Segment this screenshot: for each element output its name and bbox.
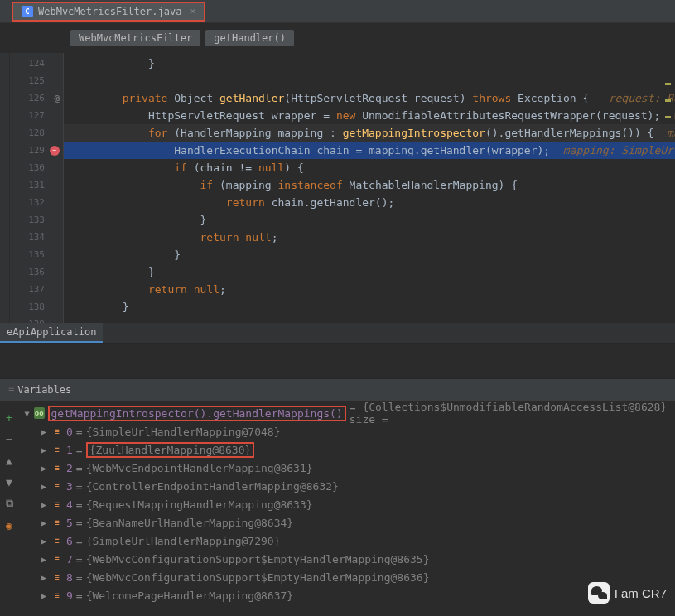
variable-value: {WelcomePageHandlerMapping@8637} <box>86 590 293 602</box>
code-line[interactable]: } <box>64 246 675 263</box>
variable-index: 3 <box>66 480 73 493</box>
array-element-icon: ≡ <box>51 517 63 528</box>
line-number-gutter: 124125126@127128129−13013113213313413513… <box>10 53 64 323</box>
code-line[interactable]: if (chain != null) { <box>64 159 675 176</box>
variable-row[interactable]: ▶≡9 = {WelcomePageHandlerMapping@8637} <box>0 586 675 604</box>
variable-row[interactable]: ▶≡8 = {WebMvcConfigurationSupport$EmptyH… <box>0 568 675 586</box>
variable-row[interactable]: ▶≡7 = {WebMvcConfigurationSupport$EmptyH… <box>0 550 675 568</box>
line-number[interactable]: 132 <box>10 194 63 211</box>
line-number[interactable]: 125 <box>10 72 63 89</box>
array-element-icon: ≡ <box>51 462 63 474</box>
editor-minimap[interactable] <box>665 50 673 298</box>
variable-row[interactable]: ▶≡4 = {RequestMappingHandlerMapping@8633… <box>0 495 675 513</box>
expand-icon[interactable]: ▶ <box>40 555 48 564</box>
code-line[interactable] <box>64 315 675 323</box>
expand-icon[interactable]: ▶ <box>40 537 48 546</box>
expand-icon[interactable]: ▶ <box>40 464 48 473</box>
settings-icon[interactable]: ◉ <box>2 518 16 532</box>
array-element-icon: ≡ <box>51 590 63 601</box>
code-line[interactable] <box>64 72 675 89</box>
line-number[interactable]: 137 <box>10 281 63 298</box>
line-number[interactable]: 133 <box>10 211 63 229</box>
variables-label: Variables <box>17 384 71 396</box>
code-line[interactable]: return chain.getHandler(); <box>64 194 675 211</box>
expand-icon[interactable]: ▼ <box>23 409 31 418</box>
line-number[interactable]: 135 <box>10 246 63 263</box>
code-line[interactable]: HttpServletRequest wrapper = new Unmodif… <box>64 107 675 124</box>
debug-toolbar: + − ▲ ▼ ⧉ ◉ <box>0 406 18 532</box>
watch-value: = {Collections$UnmodifiableRandomAccessL… <box>350 401 675 426</box>
code-line[interactable]: } <box>64 211 675 229</box>
override-icon[interactable]: @ <box>54 93 60 103</box>
array-element-icon: ≡ <box>51 426 63 437</box>
line-number[interactable]: 126@ <box>10 89 63 107</box>
copy-icon[interactable]: ⧉ <box>2 497 16 510</box>
line-number[interactable]: 134 <box>10 229 63 246</box>
expand-icon[interactable]: ▶ <box>40 591 48 600</box>
variable-value: {SimpleUrlHandlerMapping@7290} <box>86 535 281 547</box>
code-line[interactable]: } <box>64 298 675 315</box>
line-number[interactable]: 131 <box>10 176 63 194</box>
grip-icon: ≡ <box>8 384 14 396</box>
variable-value: {RequestMappingHandlerMapping@8633} <box>86 498 313 511</box>
variables-panel-header[interactable]: ≡ Variables <box>0 378 675 401</box>
close-icon[interactable]: × <box>190 6 195 17</box>
variables-tree[interactable]: ▼ oo getMappingIntrospector().getHandler… <box>0 401 675 608</box>
line-number[interactable]: 130 <box>10 159 63 176</box>
code-line[interactable]: return null; <box>64 229 675 246</box>
variable-value: {WebMvcConfigurationSupport$EmptyHandler… <box>86 553 430 565</box>
code-line[interactable]: HandlerExecutionChain chain = mapping.ge… <box>64 142 675 159</box>
code-line[interactable]: if (mapping instanceof MatchableHandlerM… <box>64 176 675 194</box>
line-number[interactable]: 139 <box>10 315 63 323</box>
fold-gutter <box>0 53 10 323</box>
breadcrumb-method[interactable]: getHandler() <box>205 30 294 46</box>
variable-row[interactable]: ▶≡3 = {ControllerEndpointHandlerMapping@… <box>0 477 675 495</box>
variable-index: 1 <box>66 444 73 456</box>
expand-icon[interactable]: ▶ <box>40 482 48 491</box>
expand-icon[interactable]: ▶ <box>40 427 48 436</box>
expand-icon[interactable]: ▶ <box>40 518 48 527</box>
variable-row[interactable]: ▶≡2 = {WebMvcEndpointHandlerMapping@8631… <box>0 459 675 477</box>
expand-icon[interactable]: ▶ <box>40 445 48 455</box>
file-tab[interactable]: C WebMvcMetricsFilter.java × <box>12 2 205 22</box>
variable-value: {SimpleUrlHandlerMapping@7048} <box>86 426 281 438</box>
variable-index: 0 <box>66 426 73 438</box>
code-line[interactable]: private Object getHandler(HttpServletReq… <box>64 89 675 107</box>
variable-row[interactable]: ▶≡1 = {ZuulHandlerMapping@8630} <box>0 440 675 459</box>
line-number[interactable]: 138 <box>10 298 63 315</box>
breakpoint-error-icon[interactable]: − <box>50 146 60 156</box>
code-line[interactable]: for (HandlerMapping mapping : getMapping… <box>64 124 675 142</box>
line-number[interactable]: 127 <box>10 107 63 124</box>
breadcrumb-class[interactable]: WebMvcMetricsFilter <box>70 30 200 46</box>
watermark-text: I am CR7 <box>615 586 667 600</box>
code-editor[interactable]: 124125126@127128129−13013113213313413513… <box>0 53 675 323</box>
expand-icon[interactable]: ▶ <box>40 573 48 582</box>
remove-watch-icon[interactable]: − <box>2 432 16 445</box>
expand-icon[interactable]: ▶ <box>40 500 48 509</box>
watermark: I am CR7 <box>588 582 667 604</box>
variable-row[interactable]: ▶≡6 = {SimpleUrlHandlerMapping@7290} <box>0 532 675 550</box>
array-element-icon: ≡ <box>51 444 63 455</box>
variable-value: {BeanNameUrlHandlerMapping@8634} <box>86 517 293 529</box>
variable-row[interactable]: ▶≡5 = {BeanNameUrlHandlerMapping@8634} <box>0 513 675 532</box>
code-line[interactable]: return null; <box>64 281 675 298</box>
variable-value: {ControllerEndpointHandlerMapping@8632} <box>86 480 339 493</box>
up-icon[interactable]: ▲ <box>2 454 16 467</box>
array-element-icon: ≡ <box>51 571 63 583</box>
watch-icon: oo <box>34 407 45 419</box>
code-content[interactable]: } private Object getHandler(HttpServletR… <box>64 53 675 323</box>
code-line[interactable]: } <box>64 263 675 281</box>
editor-tab-bar: C WebMvcMetricsFilter.java × <box>0 0 675 23</box>
line-number[interactable]: 136 <box>10 263 63 281</box>
line-number[interactable]: 129− <box>10 142 63 159</box>
watch-expression-row[interactable]: ▼ oo getMappingIntrospector().getHandler… <box>0 404 675 422</box>
down-icon[interactable]: ▼ <box>2 475 16 488</box>
tab-filename: WebMvcMetricsFilter.java <box>38 6 181 17</box>
add-watch-icon[interactable]: + <box>2 411 16 424</box>
code-line[interactable]: } <box>64 55 675 72</box>
line-number[interactable]: 128 <box>10 124 63 142</box>
watch-expression: getMappingIntrospector().getHandlerMappi… <box>48 406 346 421</box>
line-number[interactable]: 124 <box>10 55 63 72</box>
array-element-icon: ≡ <box>51 480 63 492</box>
run-config-tab[interactable]: eApiApplication <box>0 323 103 343</box>
